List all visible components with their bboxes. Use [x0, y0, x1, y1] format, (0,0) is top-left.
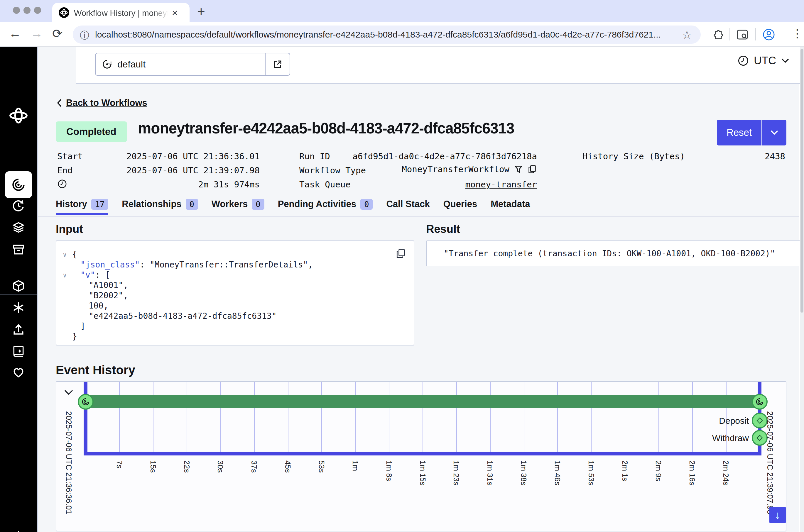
- bookmark-star-icon[interactable]: ☆: [682, 28, 692, 41]
- tick-label: 1m 8s: [385, 460, 393, 481]
- workflow-title: moneytransfer-e4242aa5-b08d-4183-a472-df…: [138, 120, 514, 137]
- tab-label: Workers: [211, 199, 248, 209]
- namespace-selector-main[interactable]: default: [96, 53, 265, 75]
- workflow-execution-span[interactable]: [88, 395, 758, 408]
- task-queue-link[interactable]: money-transfer: [299, 179, 537, 189]
- tick-label: 53s: [317, 460, 326, 473]
- tab-label: Metadata: [491, 199, 530, 209]
- tick-label: 1m 53s: [586, 460, 596, 486]
- back-icon[interactable]: ←: [9, 26, 21, 40]
- tick-label: 37s: [249, 460, 259, 473]
- browser-tab[interactable]: Workflow History | moneytran ×: [52, 3, 190, 22]
- sidebar-item-workflows-active[interactable]: [5, 171, 32, 198]
- reset-button[interactable]: Reset: [717, 120, 762, 146]
- result-heading: Result: [426, 223, 460, 235]
- window-minimize-button[interactable]: [23, 7, 31, 14]
- result-card: "Transfer complete (transaction IDs: OKW…: [426, 241, 804, 266]
- tab-label: Queries: [443, 199, 477, 209]
- url-bar[interactable]: ⓘ localhost:8080/namespaces/default/work…: [73, 25, 701, 44]
- sidebar-item-deployments[interactable]: [0, 221, 37, 234]
- tick-label: 22s: [182, 460, 191, 473]
- tab-pending-activities[interactable]: Pending Activities0: [278, 197, 373, 211]
- tab-history[interactable]: History17: [56, 197, 108, 211]
- timezone-selector[interactable]: UTC: [737, 55, 790, 67]
- sidebar-item-docs[interactable]: [0, 344, 37, 358]
- gridline: [355, 382, 356, 452]
- sidebar-item-batch-operations[interactable]: [0, 243, 37, 256]
- sidebar-item-feedback-heart[interactable]: [0, 365, 37, 379]
- forward-icon[interactable]: →: [31, 26, 43, 40]
- sidebar-item-schedules[interactable]: [0, 199, 37, 212]
- sidebar-item-nexus[interactable]: [0, 301, 37, 315]
- activity-label-withdraw: Withdraw: [661, 433, 749, 443]
- app-header: default UTC: [76, 47, 804, 84]
- tab-relationships[interactable]: Relationships0: [122, 197, 198, 211]
- tick-label: 1m 23s: [452, 460, 461, 486]
- browser-menu-icon[interactable]: ⋮: [792, 27, 803, 40]
- tab-count-badge: 0: [252, 199, 264, 210]
- temporal-logo-icon[interactable]: [0, 107, 37, 124]
- url-text[interactable]: localhost:8080/namespaces/default/workfl…: [95, 30, 749, 40]
- tab-label: Call Stack: [386, 199, 430, 209]
- search-tabs-icon[interactable]: [736, 29, 748, 40]
- json-text: "B2002",: [89, 291, 128, 300]
- json-text: 100,: [89, 301, 108, 310]
- chevron-left-icon: [57, 98, 62, 107]
- reset-menu-button[interactable]: [762, 120, 786, 146]
- window-close-button[interactable]: [13, 7, 20, 14]
- workflow-end-node[interactable]: [752, 394, 768, 410]
- tick-label: 1m: [351, 460, 360, 471]
- json-line: "json_class": "MoneyTransfer::TransferDe…: [56, 260, 414, 270]
- gridline: [187, 382, 187, 452]
- collapse-chevron-icon[interactable]: ∨: [63, 250, 67, 260]
- window-zoom-button[interactable]: [34, 7, 41, 14]
- scrollbar-thumb[interactable]: [801, 49, 803, 312]
- site-info-icon[interactable]: ⓘ: [80, 29, 89, 42]
- back-to-workflows-link[interactable]: Back to Workflows: [57, 98, 147, 108]
- json-line: "e4242aa5-b08d-4183-a472-dfca85fc6313": [56, 311, 414, 321]
- tick-label: 15s: [148, 460, 157, 473]
- tab-queries[interactable]: Queries: [443, 197, 477, 211]
- gridline: [557, 382, 558, 452]
- namespace-open-button[interactable]: [265, 53, 289, 75]
- end-value: 2025-07-06 UTC 21:39:07.98: [57, 166, 260, 175]
- new-tab-button[interactable]: +: [197, 3, 205, 19]
- filter-funnel-icon[interactable]: [514, 165, 523, 174]
- timeline-collapse-chevron-icon[interactable]: [63, 389, 74, 396]
- json-text: : [: [95, 270, 110, 280]
- browser-tabstrip: Workflow History | moneytran × +: [0, 0, 804, 22]
- browser-toolbar: ← → ⟳ ⓘ localhost:8080/namespaces/defaul…: [0, 22, 804, 47]
- input-copy-button[interactable]: [395, 248, 406, 259]
- workflow-type-link[interactable]: MoneyTransferWorkflow: [402, 164, 509, 174]
- tab-call-stack[interactable]: Call Stack: [386, 197, 430, 211]
- workflow-tabs: History17Relationships0Workers0Pending A…: [56, 197, 530, 211]
- reload-icon[interactable]: ⟳: [52, 26, 62, 41]
- tick-label: 7s: [115, 460, 124, 468]
- extensions-icon[interactable]: [711, 29, 724, 41]
- tab-workers[interactable]: Workers0: [211, 197, 264, 211]
- namespace-selector[interactable]: default: [95, 53, 290, 76]
- tab-close-icon[interactable]: ×: [172, 7, 178, 18]
- chevron-down-icon: [781, 58, 790, 64]
- sidebar-item-import[interactable]: [0, 323, 37, 336]
- tab-label: Relationships: [122, 199, 181, 209]
- workflow-start-node[interactable]: [78, 394, 94, 410]
- sidebar-divider: [0, 294, 37, 295]
- external-link-icon: [273, 59, 283, 69]
- profile-icon[interactable]: [762, 28, 775, 41]
- json-line: "B2002",: [56, 290, 414, 301]
- theme-toggle-sun-icon[interactable]: [0, 530, 37, 532]
- tab-count-badge: 0: [186, 199, 198, 210]
- collapse-chevron-icon[interactable]: ∨: [63, 270, 67, 280]
- sidebar-item-labs[interactable]: [0, 279, 37, 293]
- tick-label: 2m 16s: [688, 460, 697, 486]
- tab-metadata[interactable]: Metadata: [491, 197, 530, 211]
- scroll-to-bottom-button[interactable]: ↓: [769, 507, 786, 523]
- copy-icon[interactable]: [528, 165, 537, 174]
- tick-label: 2m 24s: [721, 460, 730, 486]
- tab-count-badge: 0: [360, 199, 373, 210]
- gridline: [591, 382, 592, 452]
- gridline: [321, 382, 322, 452]
- temporal-favicon-icon: [59, 7, 69, 18]
- tick-label: 1m 31s: [485, 460, 494, 486]
